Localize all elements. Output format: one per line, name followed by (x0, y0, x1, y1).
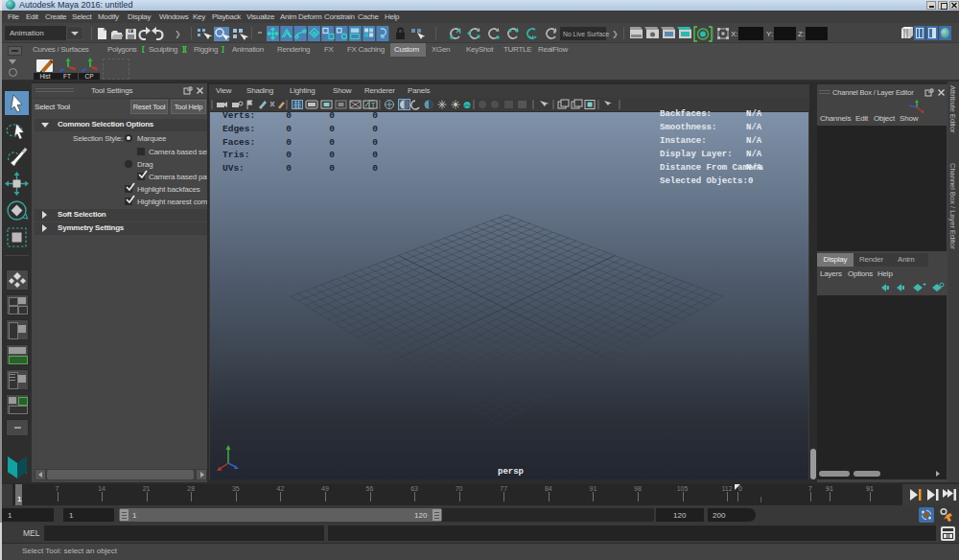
svg-text:T: T (371, 102, 376, 108)
